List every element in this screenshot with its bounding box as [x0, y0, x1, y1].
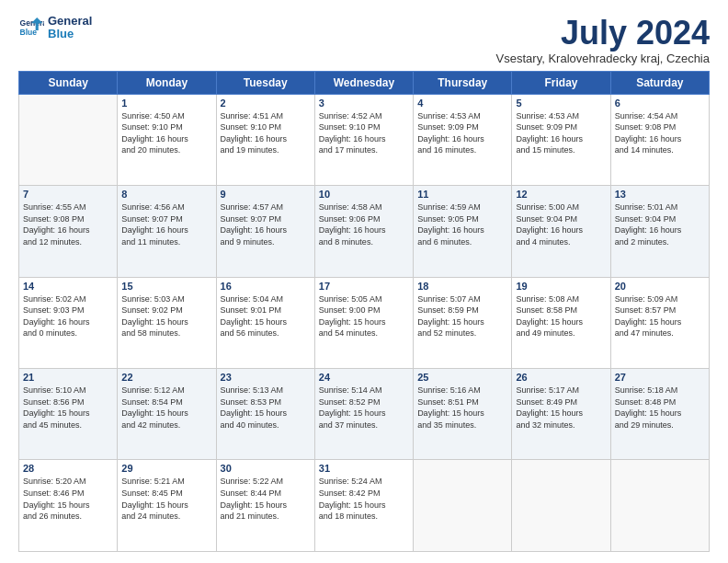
calendar-cell: 26Sunrise: 5:17 AMSunset: 8:49 PMDayligh… [512, 369, 610, 460]
cell-content: Sunrise: 5:01 AMSunset: 9:04 PMDaylight:… [615, 201, 705, 247]
day-number: 13 [615, 189, 705, 200]
day-number: 14 [23, 281, 113, 292]
calendar-cell [19, 94, 118, 185]
cell-content: Sunrise: 5:24 AMSunset: 8:42 PMDaylight:… [319, 476, 409, 522]
day-number: 26 [516, 372, 606, 383]
logo-text-general: General [48, 15, 92, 28]
day-number: 11 [417, 189, 507, 200]
calendar-cell: 16Sunrise: 5:04 AMSunset: 9:01 PMDayligh… [216, 277, 314, 368]
calendar-page: General Blue General Blue July 2024 Vses… [0, 0, 728, 563]
col-header-friday: Friday [512, 71, 610, 94]
calendar-cell [512, 460, 610, 552]
calendar-cell: 4Sunrise: 4:53 AMSunset: 9:09 PMDaylight… [414, 94, 512, 185]
calendar-cell: 29Sunrise: 5:21 AMSunset: 8:45 PMDayligh… [118, 460, 216, 552]
day-number: 20 [615, 281, 705, 292]
calendar-cell: 15Sunrise: 5:03 AMSunset: 9:02 PMDayligh… [118, 277, 216, 368]
day-number: 2 [221, 98, 311, 109]
day-number: 22 [121, 372, 211, 383]
cell-content: Sunrise: 4:51 AMSunset: 9:10 PMDaylight:… [221, 110, 311, 156]
day-number: 24 [319, 372, 409, 383]
day-number: 18 [417, 281, 507, 292]
cell-content: Sunrise: 4:50 AMSunset: 9:10 PMDaylight:… [121, 110, 211, 156]
calendar-cell: 24Sunrise: 5:14 AMSunset: 8:52 PMDayligh… [314, 369, 413, 460]
calendar-cell: 30Sunrise: 5:22 AMSunset: 8:44 PMDayligh… [216, 460, 314, 552]
calendar-row: 7Sunrise: 4:55 AMSunset: 9:08 PMDaylight… [19, 186, 710, 277]
day-number: 27 [615, 372, 705, 383]
cell-content: Sunrise: 4:58 AMSunset: 9:06 PMDaylight:… [319, 201, 409, 247]
calendar-cell: 18Sunrise: 5:07 AMSunset: 8:59 PMDayligh… [414, 277, 512, 368]
svg-text:General: General [20, 19, 44, 29]
cell-content: Sunrise: 4:52 AMSunset: 9:10 PMDaylight:… [319, 110, 409, 156]
logo-text-blue: Blue [48, 28, 92, 40]
calendar-cell: 14Sunrise: 5:02 AMSunset: 9:03 PMDayligh… [19, 277, 118, 368]
cell-content: Sunrise: 5:16 AMSunset: 8:51 PMDaylight:… [417, 385, 507, 431]
month-title: July 2024 [496, 15, 710, 52]
day-number: 19 [516, 281, 606, 292]
calendar-cell: 12Sunrise: 5:00 AMSunset: 9:04 PMDayligh… [512, 186, 610, 277]
calendar-cell: 10Sunrise: 4:58 AMSunset: 9:06 PMDayligh… [314, 186, 413, 277]
logo: General Blue General Blue [18, 15, 92, 41]
logo-icon: General Blue [18, 15, 44, 40]
cell-content: Sunrise: 5:03 AMSunset: 9:02 PMDaylight:… [121, 293, 211, 339]
day-number: 28 [23, 463, 113, 474]
cell-content: Sunrise: 4:56 AMSunset: 9:07 PMDaylight:… [121, 201, 211, 247]
cell-content: Sunrise: 5:14 AMSunset: 8:52 PMDaylight:… [319, 385, 409, 431]
cell-content: Sunrise: 5:08 AMSunset: 8:58 PMDaylight:… [516, 293, 606, 339]
cell-content: Sunrise: 5:21 AMSunset: 8:45 PMDaylight:… [121, 476, 211, 522]
day-number: 31 [319, 463, 409, 474]
calendar-cell: 11Sunrise: 4:59 AMSunset: 9:05 PMDayligh… [414, 186, 512, 277]
calendar-table: SundayMondayTuesdayWednesdayThursdayFrid… [18, 71, 710, 552]
cell-content: Sunrise: 5:05 AMSunset: 9:00 PMDaylight:… [319, 293, 409, 339]
col-header-wednesday: Wednesday [314, 71, 413, 94]
day-number: 9 [221, 189, 311, 200]
calendar-cell: 8Sunrise: 4:56 AMSunset: 9:07 PMDaylight… [118, 186, 216, 277]
header-row: SundayMondayTuesdayWednesdayThursdayFrid… [19, 71, 710, 94]
calendar-cell: 20Sunrise: 5:09 AMSunset: 8:57 PMDayligh… [610, 277, 709, 368]
calendar-cell: 2Sunrise: 4:51 AMSunset: 9:10 PMDaylight… [216, 94, 314, 185]
calendar-cell: 19Sunrise: 5:08 AMSunset: 8:58 PMDayligh… [512, 277, 610, 368]
col-header-saturday: Saturday [610, 71, 709, 94]
day-number: 8 [121, 189, 211, 200]
calendar-cell: 5Sunrise: 4:53 AMSunset: 9:09 PMDaylight… [512, 94, 610, 185]
calendar-cell: 22Sunrise: 5:12 AMSunset: 8:54 PMDayligh… [118, 369, 216, 460]
day-number: 3 [319, 98, 409, 109]
cell-content: Sunrise: 5:09 AMSunset: 8:57 PMDaylight:… [615, 293, 705, 339]
day-number: 1 [121, 98, 211, 109]
cell-content: Sunrise: 5:12 AMSunset: 8:54 PMDaylight:… [121, 385, 211, 431]
calendar-row: 14Sunrise: 5:02 AMSunset: 9:03 PMDayligh… [19, 277, 710, 368]
calendar-cell: 31Sunrise: 5:24 AMSunset: 8:42 PMDayligh… [314, 460, 413, 552]
cell-content: Sunrise: 5:10 AMSunset: 8:56 PMDaylight:… [23, 385, 113, 431]
cell-content: Sunrise: 4:53 AMSunset: 9:09 PMDaylight:… [516, 110, 606, 156]
cell-content: Sunrise: 5:00 AMSunset: 9:04 PMDaylight:… [516, 201, 606, 247]
cell-content: Sunrise: 5:22 AMSunset: 8:44 PMDaylight:… [221, 476, 311, 522]
cell-content: Sunrise: 4:53 AMSunset: 9:09 PMDaylight:… [417, 110, 507, 156]
calendar-cell: 23Sunrise: 5:13 AMSunset: 8:53 PMDayligh… [216, 369, 314, 460]
day-number: 4 [417, 98, 507, 109]
calendar-cell: 9Sunrise: 4:57 AMSunset: 9:07 PMDaylight… [216, 186, 314, 277]
cell-content: Sunrise: 5:07 AMSunset: 8:59 PMDaylight:… [417, 293, 507, 339]
cell-content: Sunrise: 5:18 AMSunset: 8:48 PMDaylight:… [615, 385, 705, 431]
cell-content: Sunrise: 5:17 AMSunset: 8:49 PMDaylight:… [516, 385, 606, 431]
cell-content: Sunrise: 4:59 AMSunset: 9:05 PMDaylight:… [417, 201, 507, 247]
calendar-cell: 7Sunrise: 4:55 AMSunset: 9:08 PMDaylight… [19, 186, 118, 277]
day-number: 29 [121, 463, 211, 474]
day-number: 30 [221, 463, 311, 474]
title-block: July 2024 Vsestary, Kralovehradecky kraj… [496, 15, 710, 65]
cell-content: Sunrise: 4:54 AMSunset: 9:08 PMDaylight:… [615, 110, 705, 156]
day-number: 15 [121, 281, 211, 292]
cell-content: Sunrise: 5:20 AMSunset: 8:46 PMDaylight:… [23, 476, 113, 522]
calendar-cell: 1Sunrise: 4:50 AMSunset: 9:10 PMDaylight… [118, 94, 216, 185]
header: General Blue General Blue July 2024 Vses… [18, 15, 710, 65]
day-number: 10 [319, 189, 409, 200]
day-number: 23 [221, 372, 311, 383]
calendar-cell: 27Sunrise: 5:18 AMSunset: 8:48 PMDayligh… [610, 369, 709, 460]
calendar-row: 21Sunrise: 5:10 AMSunset: 8:56 PMDayligh… [19, 369, 710, 460]
location: Vsestary, Kralovehradecky kraj, Czechia [496, 52, 710, 65]
day-number: 17 [319, 281, 409, 292]
col-header-monday: Monday [118, 71, 216, 94]
calendar-cell [414, 460, 512, 552]
calendar-cell: 3Sunrise: 4:52 AMSunset: 9:10 PMDaylight… [314, 94, 413, 185]
calendar-row: 28Sunrise: 5:20 AMSunset: 8:46 PMDayligh… [19, 460, 710, 552]
cell-content: Sunrise: 5:02 AMSunset: 9:03 PMDaylight:… [23, 293, 113, 339]
calendar-cell [610, 460, 709, 552]
